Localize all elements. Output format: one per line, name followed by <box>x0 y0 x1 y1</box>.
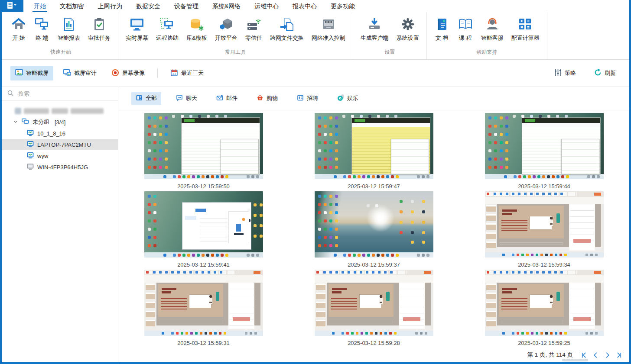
menu-item-web-behavior[interactable]: 上网行为 <box>91 0 129 12</box>
tree-node-terminal[interactable]: wyw <box>2 150 118 161</box>
tree-node-label: wyw <box>37 153 48 159</box>
screenshot-thumbnail[interactable] <box>315 113 433 179</box>
ribbon-group-title: 快速开始 <box>7 48 114 59</box>
ribbon-button-label: 智能客服 <box>481 34 504 42</box>
screenshot-item[interactable]: 2025-03-12 15:59:47 <box>315 113 433 190</box>
refresh-label: 刷新 <box>605 69 616 77</box>
menu-item-doc-encrypt[interactable]: 文档加密 <box>53 0 91 12</box>
tree-node-terminal[interactable]: 10_1_8_16 <box>2 128 118 139</box>
screenshot-thumbnail[interactable] <box>485 191 604 258</box>
tree-node-terminal-selected[interactable]: LAPTOP-7PAC2MTU <box>2 139 118 150</box>
ribbon-button-approval-task[interactable]: 审批任务 <box>84 15 114 43</box>
pager-last-button[interactable] <box>616 352 622 358</box>
screenshot-grid: 2025-03-12 15:59:50 2025-03-12 15:59:47 … <box>118 110 629 348</box>
refresh-icon <box>594 69 602 77</box>
ribbon-button-course[interactable]: 课 程 <box>454 15 477 43</box>
filter-recruit[interactable]: 招聘 <box>293 92 322 105</box>
filter-entertainment[interactable]: 娱乐 <box>333 92 363 105</box>
smart-service-icon <box>485 16 500 32</box>
horizontal-scrollbar-thumb[interactable] <box>562 359 588 361</box>
ribbon-button-document[interactable]: 文 档 <box>430 15 454 43</box>
tree-group-label: 未分组 <box>33 118 49 126</box>
category-filters: 全部 聊天 邮件 购物 招聘 <box>118 87 629 110</box>
ribbon-button-network-access[interactable]: 网络准入控制 <box>308 15 349 43</box>
ribbon-button-terminal[interactable]: 终 端 <box>30 15 54 43</box>
screenshot-thumbnail[interactable] <box>144 191 263 258</box>
app-menu-button[interactable] <box>0 0 23 12</box>
screenshot-item[interactable]: 2025-03-12 15:59:34 <box>485 191 604 268</box>
screenshot-item[interactable]: 2025-03-12 15:59:50 <box>144 113 263 190</box>
pager-first-button[interactable] <box>581 352 587 358</box>
tree-group-ungrouped[interactable]: 未分组 [3/4] <box>2 116 118 128</box>
tree-group-count: [3/4] <box>55 119 65 126</box>
filter-all[interactable]: 全部 <box>131 92 161 105</box>
ribbon-buttons: 开 始 终 端 智能报表 审批任务 <box>7 12 114 48</box>
view-capture-audit[interactable]: 截屏审计 <box>59 66 101 81</box>
filter-chat[interactable]: 聊天 <box>172 92 202 105</box>
screenshot-thumbnail[interactable] <box>144 270 263 336</box>
menu-item-more[interactable]: 更多功能 <box>324 0 362 12</box>
pager-controls <box>581 352 622 358</box>
tree-node-label: WIN-4FP3P64H5JG <box>37 164 88 171</box>
terminal-offline-icon <box>27 163 34 171</box>
screenshot-thumbnail[interactable] <box>315 270 433 336</box>
pagination-label: 第 1 页, 共 114 页 <box>527 351 573 359</box>
filter-label: 全部 <box>146 94 157 102</box>
ribbon-button-smart-report[interactable]: 智能报表 <box>54 15 84 43</box>
filter-shopping[interactable]: 购物 <box>252 92 282 105</box>
screenshot-item[interactable]: 2025-03-12 15:59:25 <box>485 270 604 346</box>
ribbon-button-library-template[interactable]: 库&模板 <box>182 15 211 43</box>
screenshot-item[interactable]: 2025-03-12 15:59:41 <box>144 191 263 268</box>
terminal-online-icon <box>27 129 34 138</box>
ribbon-button-zero-trust[interactable]: 零信任 <box>241 15 266 43</box>
menu-item-system-network[interactable]: 系统&网络 <box>205 0 247 12</box>
policy-button[interactable]: 策略 <box>550 66 581 81</box>
ribbon-button-config-calculator[interactable]: 配置计算器 <box>507 15 543 43</box>
menu-item-data-security[interactable]: 数据安全 <box>129 0 167 12</box>
ribbon-button-label: 课 程 <box>459 34 472 42</box>
calendar-icon: 23 <box>170 69 178 78</box>
ribbon-button-realtime-screen[interactable]: 实时屏幕 <box>122 15 152 43</box>
tree-node-terminal-offline[interactable]: WIN-4FP3P64H5JG <box>2 161 118 173</box>
screenshot-timestamp: 2025-03-12 15:59:28 <box>348 340 400 346</box>
date-range-filter[interactable]: 23 最近三天 <box>166 66 208 81</box>
pager-prev-button[interactable] <box>592 352 599 358</box>
ribbon-button-generate-client[interactable]: 生成客户端 <box>357 15 393 43</box>
ribbon-button-label: 网络准入控制 <box>312 34 345 42</box>
ribbon-button-cross-network-file[interactable]: 跨网文件交换 <box>266 15 308 43</box>
view-smart-capture[interactable]: 智能截屏 <box>10 66 53 81</box>
ribbon-button-remote-assist[interactable]: 远程协助 <box>152 15 182 43</box>
ribbon-button-system-settings[interactable]: 系统设置 <box>393 15 423 43</box>
screenshot-item[interactable]: 2025-03-12 15:59:28 <box>315 270 433 346</box>
ribbon-button-smart-service[interactable]: 智能客服 <box>477 15 507 43</box>
screen-record-icon <box>111 69 119 78</box>
content-area: 全部 聊天 邮件 购物 招聘 <box>118 87 629 362</box>
menu-item-report-center[interactable]: 报表中心 <box>286 0 324 12</box>
screenshot-thumbnail[interactable] <box>485 270 604 336</box>
menu-item-start[interactable]: 开始 <box>27 0 53 12</box>
pager-next-button[interactable] <box>604 352 611 358</box>
ribbon-group-quick-start: 开 始 终 端 智能报表 审批任务 快速开始 <box>3 12 118 59</box>
search-input[interactable] <box>17 90 113 97</box>
screenshot-item[interactable]: 2025-03-12 15:59:37 <box>315 191 433 268</box>
view-screen-record[interactable]: 屏幕录像 <box>107 66 150 81</box>
main-menu: 开始 文档加密 上网行为 数据安全 设备管理 系统&网络 运维中心 报表中心 更… <box>23 0 362 12</box>
view-label: 截屏审计 <box>74 69 97 77</box>
view-toolbar: 智能截屏 截屏审计 屏幕录像 23 最近三天 策略 刷新 <box>2 60 629 87</box>
filter-mail[interactable]: 邮件 <box>212 92 242 105</box>
screenshot-thumbnail[interactable] <box>485 113 604 179</box>
screenshot-thumbnail[interactable] <box>144 113 263 179</box>
menu-item-device-mgmt[interactable]: 设备管理 <box>167 0 205 12</box>
ribbon-button-start[interactable]: 开 始 <box>7 15 30 43</box>
screenshot-thumbnail[interactable] <box>315 191 433 258</box>
tree-node-label: 10_1_8_16 <box>37 130 65 137</box>
screenshot-item[interactable]: 2025-03-12 15:59:44 <box>485 113 604 190</box>
tree-root-redacted[interactable] <box>2 105 118 116</box>
menu-item-ops-center[interactable]: 运维中心 <box>247 0 286 12</box>
refresh-button[interactable]: 刷新 <box>589 66 621 81</box>
search-box[interactable] <box>2 87 118 101</box>
screenshot-item[interactable]: 2025-03-12 15:59:31 <box>144 270 263 346</box>
ribbon-group-title: 帮助支持 <box>430 48 543 59</box>
ribbon-button-label: 开放平台 <box>215 34 237 42</box>
ribbon-button-open-platform[interactable]: 开放平台 <box>211 15 241 43</box>
